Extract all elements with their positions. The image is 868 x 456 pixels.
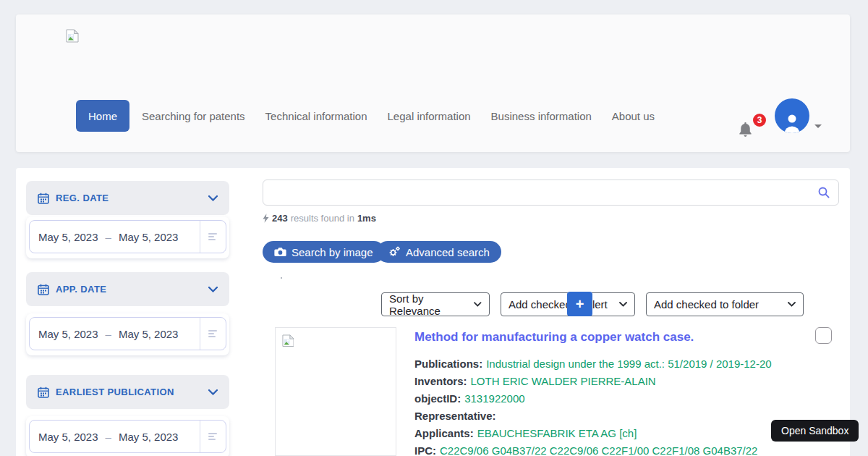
field-label: Applicants:	[414, 427, 474, 439]
filter-header-app-date[interactable]: APP. DATE	[26, 272, 229, 306]
sort-select-value: Sort by Relevance	[389, 292, 474, 317]
chevron-down-icon	[788, 302, 796, 307]
result-fields: Publications:Industrial design under the…	[414, 358, 805, 456]
calendar-icon	[38, 284, 49, 295]
date-range-values: May 5, 2023 – May 5, 2023	[30, 231, 200, 243]
nav-item-searching-for-patents[interactable]: Searching for patents	[142, 110, 245, 122]
search-input[interactable]	[263, 180, 809, 205]
advanced-search-button[interactable]: Advanced search	[377, 241, 501, 263]
date-range-values: May 5, 2023 – May 5, 2023	[30, 431, 200, 443]
result-checkbox[interactable]	[815, 327, 832, 344]
date-range-values: May 5, 2023 – May 5, 2023	[30, 328, 200, 340]
gears-icon	[388, 246, 401, 258]
result-title-link[interactable]: Method for manufacturing a copper watch …	[414, 330, 694, 345]
date-to: May 5, 2023	[119, 328, 179, 340]
field-objectid: objectID:3131922000	[414, 392, 805, 410]
date-to: May 5, 2023	[119, 231, 179, 243]
date-from: May 5, 2023	[38, 431, 98, 443]
date-preset-button[interactable]	[200, 421, 226, 452]
date-separator: –	[106, 231, 111, 243]
filter-label: APP. DATE	[56, 284, 208, 295]
filter-card: May 5, 2023 – May 5, 2023	[26, 216, 229, 258]
decorative-dot	[281, 277, 282, 279]
broken-image-icon	[282, 334, 294, 347]
calendar-icon	[38, 387, 49, 398]
align-lines-icon	[208, 233, 218, 241]
field-value: LOTH ERIC WALDER PIERRE-ALAIN	[471, 375, 656, 387]
field-label: Inventors:	[414, 375, 467, 387]
filter-card: May 5, 2023 – May 5, 2023	[26, 313, 229, 355]
advanced-search-label: Advanced search	[406, 246, 490, 258]
date-to: May 5, 2023	[119, 431, 179, 443]
field-publications: Publications:Industrial design under the…	[414, 358, 805, 375]
open-sandbox-button[interactable]: Open Sandbox	[771, 420, 859, 442]
chevron-down-icon	[619, 302, 627, 307]
results-count: 243	[272, 213, 288, 224]
field-value: 3131922000	[464, 392, 524, 405]
field-applicants: Applicants:EBAUCHESFABRIK ETA AG [ch]	[414, 427, 805, 444]
filter-label: REG. DATE	[56, 193, 208, 203]
user-menu-caret-icon[interactable]	[814, 124, 822, 128]
date-from: May 5, 2023	[38, 231, 98, 243]
date-range-input-earliest-publication[interactable]: May 5, 2023 – May 5, 2023	[29, 420, 226, 453]
lightning-icon	[263, 214, 269, 223]
results-time: 1ms	[357, 213, 376, 224]
content-panel: REG. DATE May 5, 2023 – May 5, 2023	[16, 168, 850, 456]
field-inventors: Inventors:LOTH ERIC WALDER PIERRE-ALAIN	[414, 375, 805, 392]
search-submit[interactable]	[809, 186, 838, 199]
date-separator: –	[106, 328, 111, 340]
chevron-down-icon	[208, 287, 218, 292]
date-preset-button[interactable]	[200, 318, 226, 350]
chevron-down-icon	[208, 389, 218, 395]
chevron-down-icon	[208, 195, 218, 201]
chevron-down-icon	[474, 302, 482, 307]
field-ipc: IPC:C22C9/06 G04B37/22 C22C9/06 C22F1/00…	[414, 444, 805, 456]
field-label: IPC:	[414, 444, 436, 456]
add-to-alert-value: Add checked to alert	[509, 298, 608, 311]
field-value: C22C9/06 G04B37/22 C22C9/06 C22F1/00 C22…	[440, 444, 757, 456]
camera-icon	[274, 247, 286, 257]
add-to-folder-select[interactable]: Add checked to folder	[646, 292, 804, 316]
sort-select[interactable]: Sort by Relevance	[381, 292, 490, 316]
filter-label: EARLIEST PUBLICATION	[56, 387, 208, 397]
align-lines-icon	[208, 330, 218, 338]
header-card: Home Searching for patents Technical inf…	[16, 14, 850, 152]
filter-header-reg-date[interactable]: REG. DATE	[26, 181, 229, 215]
field-label: Publications:	[414, 358, 482, 370]
add-to-folder-value: Add checked to folder	[654, 298, 759, 311]
main-nav: Home Searching for patents Technical inf…	[76, 100, 675, 132]
add-button[interactable]: +	[567, 292, 592, 316]
field-label: Representative:	[414, 410, 496, 422]
date-range-input-reg-date[interactable]: May 5, 2023 – May 5, 2023	[29, 220, 226, 253]
user-avatar[interactable]	[775, 98, 809, 133]
results-stats: 243 results found in 1ms	[263, 213, 376, 224]
results-text: results found in	[291, 213, 354, 224]
date-range-input-app-date[interactable]: May 5, 2023 – May 5, 2023	[29, 317, 226, 350]
align-lines-icon	[208, 433, 218, 441]
filter-header-earliest-publication[interactable]: EARLIEST PUBLICATION	[26, 375, 229, 409]
search-by-image-button[interactable]: Search by image	[263, 241, 385, 263]
filter-card: May 5, 2023 – May 5, 2023	[26, 416, 229, 456]
field-representative: Representative:	[414, 410, 805, 427]
date-from: May 5, 2023	[38, 328, 98, 340]
nav-item-technical-information[interactable]: Technical information	[265, 110, 367, 122]
field-value: EBAUCHESFABRIK ETA AG [ch]	[477, 427, 637, 439]
date-separator: –	[106, 431, 111, 443]
calendar-icon	[38, 193, 49, 204]
search-bar	[263, 180, 839, 206]
nav-item-about-us[interactable]: About us	[612, 110, 655, 122]
nav-item-legal-information[interactable]: Legal information	[388, 110, 471, 122]
field-label: objectID:	[414, 392, 461, 405]
date-preset-button[interactable]	[200, 221, 226, 253]
search-by-image-label: Search by image	[292, 246, 373, 258]
result-thumbnail[interactable]	[275, 327, 396, 456]
notification-badge: 3	[752, 112, 767, 128]
field-value: Industrial design under the 1999 act.: 5…	[486, 358, 771, 370]
nav-item-home[interactable]: Home	[76, 100, 129, 132]
search-icon	[817, 186, 830, 199]
nav-item-business-information[interactable]: Business information	[491, 110, 592, 122]
site-logo-broken-image-icon	[66, 29, 79, 43]
person-icon	[781, 111, 803, 133]
